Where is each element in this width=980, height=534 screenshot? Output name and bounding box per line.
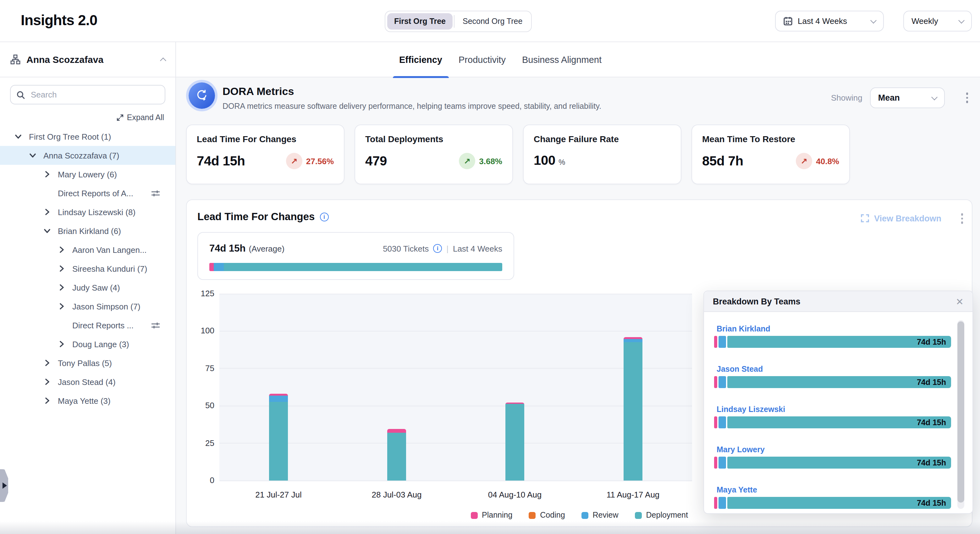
team-link[interactable]: Jason Stead [717,365,763,374]
breakdown-scrollbar-thumb[interactable] [958,321,964,502]
chevron-down-icon [870,17,877,23]
y-axis-tick-label: 50 [191,401,214,410]
trend-badge: ↗27.56% [286,153,334,169]
team-phase-bar: 74d 15h [714,336,951,348]
showing-select[interactable]: Mean [870,88,945,108]
breakdown-scrollbar-track[interactable] [958,320,964,509]
filter-settings-icon[interactable] [151,321,160,329]
info-icon[interactable]: i [433,244,442,253]
chevron-right-icon[interactable] [44,209,58,215]
gridline [220,480,692,481]
chevron-up-icon[interactable] [160,57,166,64]
metric-value: 74d 15h [197,153,245,169]
tree-item-brian-kirkland-6[interactable]: Brian Kirkland (6) [0,222,175,240]
average-suffix: (Average) [249,244,285,253]
expand-all-label: Expand All [127,113,164,122]
chevron-right-icon[interactable] [44,379,58,385]
tree-item-anna-scozzafava-7[interactable]: Anna Scozzafava (7) [0,146,175,165]
y-axis-tick-label: 75 [191,363,214,373]
breakdown-row-mary-lowery: Mary Lowery74d 15h [704,443,972,469]
legend-label: Deployment [646,511,688,520]
chevron-down-icon[interactable] [30,152,43,158]
tree-item-lindsay-liszewski-8[interactable]: Lindsay Liszewski (8) [0,202,175,222]
tab-business-alignment[interactable]: Business Alignment [516,42,608,77]
team-phase-bar: 74d 15h [714,497,951,509]
info-icon[interactable]: i [320,212,329,221]
toggle-second-org-tree[interactable]: Second Org Tree [456,13,529,30]
team-link[interactable]: Brian Kirkland [717,325,770,333]
chart-bar-21-jul-27-jul[interactable] [269,394,288,481]
bar-segment-planning [624,337,643,340]
bar-segment-deployment [624,342,643,481]
chevron-down-icon[interactable] [44,228,58,234]
tree-item-judy-saw-4[interactable]: Judy Saw (4) [0,278,175,297]
chevron-placeholder [59,322,72,328]
divider: | [446,244,449,253]
breakdown-panel-header: Breakdown By Teams ✕ [704,291,972,312]
chevron-right-icon[interactable] [59,341,72,347]
tree-item-jason-stead-4[interactable]: Jason Stead (4) [0,372,175,391]
tree-item-doug-lange-3[interactable]: Doug Lange (3) [0,335,175,354]
chart-bar-28-jul-03-aug[interactable] [387,429,406,481]
tree-item-direct-reports-of-a[interactable]: Direct Reports of A... [0,184,175,202]
divider [454,15,455,28]
bar-segment-review [269,395,288,402]
close-icon[interactable]: ✕ [956,296,964,306]
tree-item-tony-pallas-5[interactable]: Tony Pallas (5) [0,354,175,372]
expand-all-button[interactable]: Expand All [0,113,164,122]
chevron-right-icon[interactable] [44,397,58,404]
sidebar-user-row[interactable]: Anna Scozzafava [0,42,175,77]
chevron-right-icon[interactable] [59,265,72,272]
lead-time-kebab-menu[interactable] [958,211,966,226]
filter-settings-icon[interactable] [151,189,160,197]
date-range-select[interactable]: Last 4 Weeks [775,11,884,32]
legend-swatch [529,512,536,519]
team-value: 74d 15h [917,499,946,507]
dora-metrics-icon [189,82,215,109]
legend-swatch [471,512,477,519]
tree-item-direct-reports[interactable]: Direct Reports ... [0,316,175,335]
chevron-down-icon [931,94,937,100]
bar-segment-review [719,416,726,428]
tab-productivity[interactable]: Productivity [452,42,512,77]
chevron-right-icon[interactable] [44,171,58,177]
tabs-bar: EfficiencyProductivityBusiness Alignment [176,42,980,77]
chevron-right-icon[interactable] [59,303,72,309]
chevron-down-icon[interactable] [15,133,29,140]
tree-item-label: Lindsay Liszewski (8) [58,207,135,217]
tree-item-aaron-van-langen[interactable]: Aaron Van Langen... [0,240,175,259]
trend-badge: ↗40.8% [796,153,839,169]
search-input[interactable] [30,89,159,100]
tree-item-maya-yette-3[interactable]: Maya Yette (3) [0,391,175,410]
view-breakdown-button[interactable]: View Breakdown [874,214,941,223]
showing-value: Mean [878,93,932,102]
dora-kebab-menu[interactable] [964,90,971,106]
tree-item-jason-simpson-7[interactable]: Jason Simpson (7) [0,297,175,316]
team-link[interactable]: Lindsay Liszewski [717,405,785,414]
chart-bar-04-aug-10-aug[interactable] [505,403,524,481]
team-phase-bar: 74d 15h [714,457,951,469]
sidebar-user-name: Anna Scozzafava [26,54,155,65]
tree-item-mary-lowery-6[interactable]: Mary Lowery (6) [0,165,175,184]
team-link[interactable]: Mary Lowery [717,445,765,454]
x-axis-tick-label: 21 Jul-27 Jul [255,490,301,499]
app-title: Insights 2.0 [21,12,97,29]
tree-item-first-org-tree-root-1[interactable]: First Org Tree Root (1) [0,127,175,146]
granularity-select[interactable]: Weekly [903,11,972,32]
chart-bar-11-aug-17-aug[interactable] [624,337,643,481]
team-link[interactable]: Maya Yette [717,486,757,494]
tree-item-label: Jason Stead (4) [58,377,116,386]
x-axis-tick-label: 11 Aug-17 Aug [607,490,660,499]
chevron-right-icon[interactable] [59,284,72,290]
chevron-right-icon[interactable] [44,360,58,366]
tree-item-label: Aaron Van Langen... [72,245,147,254]
tree-item-sireesha-kunduri-7[interactable]: Sireesha Kunduri (7) [0,259,175,278]
trend-up-arrow-icon: ↗ [286,153,302,169]
toggle-first-org-tree[interactable]: First Org Tree [387,13,453,30]
chevron-right-icon[interactable] [59,247,72,253]
team-value: 74d 15h [917,378,946,386]
tab-efficiency[interactable]: Efficiency [393,42,449,77]
metric-card-mean-time-to-restore: Mean Time To Restore85d 7h↗40.8% [692,124,850,184]
org-tree: First Org Tree Root (1)Anna Scozzafava (… [0,127,175,410]
legend-label: Coding [540,511,565,520]
